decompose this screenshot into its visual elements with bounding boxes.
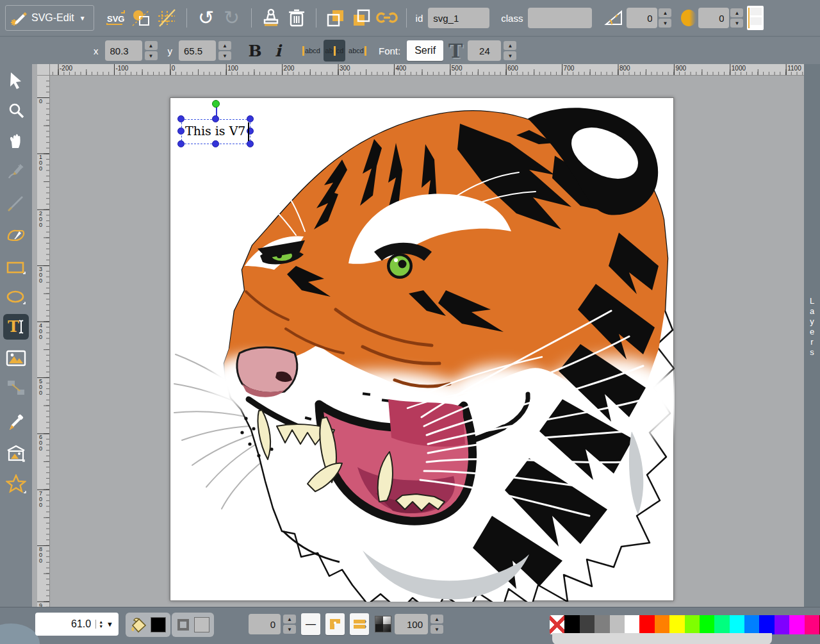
undo-button[interactable]: ↺: [193, 5, 219, 31]
x-spinner[interactable]: ▲▼: [145, 40, 158, 61]
palette-swatch-0000ff[interactable]: [759, 615, 774, 634]
text-anchor-end-button[interactable]: abcd: [347, 40, 368, 62]
anchor-end-bar-icon: [365, 46, 366, 56]
angle-spinner[interactable]: ▲▼: [659, 8, 671, 28]
tool-star[interactable]: [3, 471, 29, 497]
zoom-spinner[interactable]: ▲▼: [95, 620, 103, 629]
move-to-top-icon[interactable]: [348, 5, 374, 31]
palette-swatch-ffff00[interactable]: [669, 615, 684, 634]
font-family-button[interactable]: Serif: [407, 40, 443, 61]
stroke-linecap-button[interactable]: [350, 613, 369, 635]
blur-input[interactable]: [698, 8, 729, 28]
hand-icon: [8, 133, 24, 149]
text-cursor: [248, 122, 249, 141]
bottom-toolbar: ▲▼ ▼ ▲▼ —: [0, 607, 820, 644]
palette-swatch-ffffff[interactable]: [625, 615, 639, 634]
tool-text[interactable]: T: [3, 314, 29, 340]
font-size-spinner[interactable]: ▲▼: [504, 40, 516, 61]
delete-button[interactable]: [284, 5, 309, 31]
tool-rect[interactable]: [3, 255, 29, 281]
tiger-artwork: [170, 98, 675, 602]
element-id-input[interactable]: [428, 8, 489, 28]
bold-button[interactable]: B: [244, 42, 266, 60]
selection-handle-n[interactable]: [212, 115, 219, 122]
text-anchor-start-button[interactable]: abcd: [300, 40, 322, 62]
palette-swatch-007fff[interactable]: [744, 615, 759, 634]
y-spinner[interactable]: ▲▼: [218, 40, 231, 61]
tool-pencil[interactable]: [3, 159, 29, 185]
main-menu-button[interactable]: SVG-Edit ▼: [5, 5, 94, 31]
palette-swatch-00ff00[interactable]: [700, 615, 714, 634]
tool-zoom[interactable]: [3, 97, 29, 123]
stroke-width-input[interactable]: [249, 614, 281, 634]
svg-edit-logo-icon: [11, 10, 28, 26]
toolbar-separator: [316, 8, 316, 28]
layers-panel-toggle[interactable]: Layers: [804, 64, 820, 607]
zoom-dropdown-caret-icon[interactable]: ▼: [106, 620, 113, 628]
redo-button[interactable]: ↻: [219, 5, 245, 31]
element-class-input[interactable]: [528, 8, 592, 28]
palette-swatch-7f00ff[interactable]: [775, 615, 789, 634]
palette-swatch-ff7f00[interactable]: [655, 615, 669, 634]
tool-select[interactable]: [3, 68, 29, 94]
palette-swatch-000000[interactable]: [564, 615, 579, 634]
selection-handle-se[interactable]: [247, 140, 254, 147]
tool-pan[interactable]: [3, 128, 29, 154]
stroke-width-spinner[interactable]: ▲▼: [283, 614, 296, 634]
blur-spinner[interactable]: ▲▼: [730, 8, 743, 28]
vertical-ruler: 0100200300400500600700800900: [37, 76, 50, 607]
blur-icon: [679, 5, 698, 31]
stroke-color-control[interactable]: [172, 613, 214, 637]
y-coordinate-input[interactable]: [179, 40, 216, 61]
x-coordinate-input[interactable]: [105, 40, 142, 61]
stroke-dash-button[interactable]: —: [301, 613, 320, 635]
fill-color-swatch[interactable]: [151, 617, 166, 632]
stroke-color-swatch[interactable]: [194, 617, 209, 632]
tool-shape-library[interactable]: [3, 441, 29, 466]
tool-line[interactable]: [3, 190, 29, 216]
tool-connector[interactable]: [3, 375, 29, 400]
ruler-corner: [37, 64, 50, 76]
palette-swatch-bfbfbf[interactable]: [610, 615, 625, 634]
make-link-icon[interactable]: [374, 5, 400, 31]
fill-color-control[interactable]: [126, 613, 170, 637]
zoom-level-control[interactable]: ▲▼ ▼: [35, 613, 119, 636]
opacity-input[interactable]: [395, 614, 428, 634]
zoom-level-input[interactable]: [54, 618, 92, 631]
palette-swatch-3f3f3f[interactable]: [580, 615, 594, 634]
image-properties-icon[interactable]: [129, 5, 154, 31]
palette-swatch-ff00ff[interactable]: [789, 615, 804, 634]
tool-path[interactable]: [3, 222, 29, 247]
source-editor-icon[interactable]: SVG: [103, 5, 129, 31]
svg-canvas[interactable]: This is V7: [170, 97, 674, 601]
italic-button[interactable]: i: [267, 42, 289, 60]
palette-swatch-none[interactable]: [550, 615, 564, 634]
text-anchor-middle-button[interactable]: ab cd: [324, 40, 345, 62]
selection-handle-s[interactable]: [212, 140, 219, 147]
palette-swatch-7f7f7f[interactable]: [594, 615, 609, 634]
selection-handle-w[interactable]: [177, 128, 184, 135]
selection-handle-nw[interactable]: [177, 115, 184, 122]
font-size-input[interactable]: [468, 40, 501, 61]
palette-swatch-ff0000[interactable]: [639, 615, 654, 634]
palette-swatch-ff007f[interactable]: [805, 615, 819, 634]
palette-swatch-00ff7f[interactable]: [714, 615, 729, 634]
tool-image[interactable]: [3, 345, 29, 371]
shape-library-icon: [6, 445, 26, 463]
rotation-angle-input[interactable]: [627, 8, 657, 28]
clone-tool-icon[interactable]: [258, 5, 284, 31]
angle-icon: [601, 5, 627, 31]
selection-handle-ne[interactable]: [247, 115, 254, 122]
tool-ellipse[interactable]: [3, 285, 29, 311]
editor-preferences-icon[interactable]: [154, 5, 180, 31]
selection-handle-sw[interactable]: [177, 140, 184, 147]
tool-eyedropper[interactable]: [3, 410, 29, 436]
move-to-bottom-icon[interactable]: [323, 5, 348, 31]
palette-swatch-7fff00[interactable]: [685, 615, 700, 634]
svg-edit-app: SVG-Edit ▼ SVG ↺ ↻: [0, 0, 820, 644]
rotate-grip[interactable]: [212, 100, 220, 108]
palette-swatch-00ffff[interactable]: [730, 615, 744, 634]
opacity-spinner[interactable]: ▲▼: [430, 614, 443, 634]
panel-list-button[interactable]: [747, 6, 764, 30]
stroke-linejoin-button[interactable]: [325, 613, 345, 635]
